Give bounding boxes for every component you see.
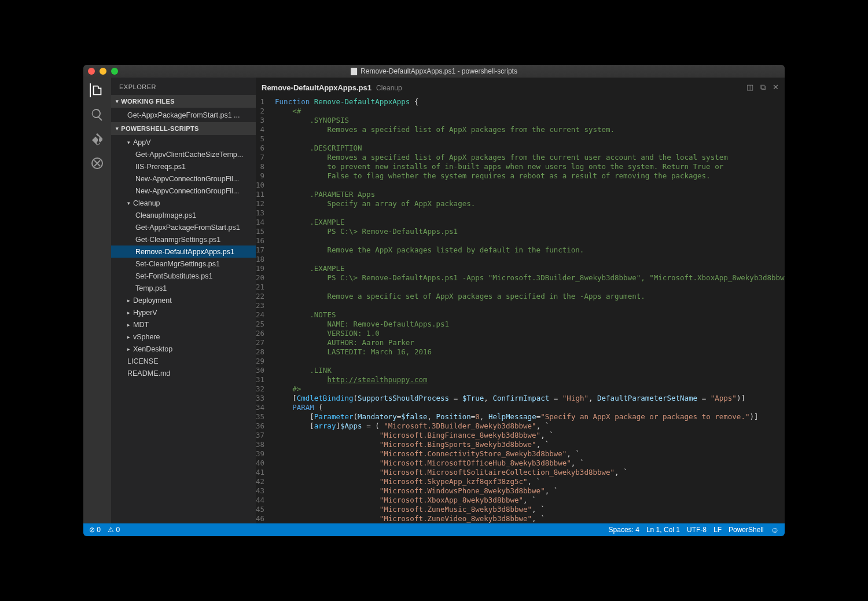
search-icon[interactable] [90,108,104,122]
statusbar: ⊘ 0 ⚠ 0 Spaces: 4 Ln 1, Col 1 UTF-8 LF P… [83,523,785,536]
vscode-window: Remove-DefaultAppxApps.ps1 - powershell-… [83,65,785,536]
git-icon[interactable] [90,132,104,146]
file-tree: ▾ AppVGet-AppvClientCacheSizeTemp...IIS-… [111,135,256,380]
errors-count[interactable]: ⊘ 0 [89,526,101,534]
gutter: 1234567891011121314151617181920212223242… [256,97,273,523]
file-item[interactable]: LICENSE [111,355,256,367]
close-tab-icon[interactable]: ✕ [773,83,779,92]
editor-tabs: Remove-DefaultAppxApps.ps1 Cleanup ◫ ⧉ ✕ [256,78,785,97]
project-header[interactable]: ▾POWERSHELL-SCRIPTS [111,122,256,135]
working-file-item[interactable]: Get-AppxPackageFromStart.ps1 ... [111,109,256,121]
eol[interactable]: LF [713,526,722,534]
file-item[interactable]: Set-CleanMgrSettings.ps1 [111,258,256,270]
debug-icon[interactable] [90,156,104,170]
folder-item[interactable]: ▸ XenDesktop [111,343,256,355]
feedback-icon[interactable]: ☺ [771,525,779,534]
folder-item[interactable]: ▾ AppV [111,136,256,148]
file-item[interactable]: README.md [111,367,256,379]
cursor-pos[interactable]: Ln 1, Col 1 [646,526,680,534]
warnings-count[interactable]: ⚠ 0 [108,526,120,534]
file-item[interactable]: New-AppvConnectionGroupFil... [111,173,256,185]
folder-item[interactable]: ▸ Deployment [111,294,256,306]
window-title-text: Remove-DefaultAppxApps.ps1 - powershell-… [361,67,517,75]
editor-area: Remove-DefaultAppxApps.ps1 Cleanup ◫ ⧉ ✕… [256,78,785,523]
explorer-icon[interactable] [90,83,104,97]
language[interactable]: PowerShell [729,526,764,534]
code[interactable]: Function Remove-DefaultAppxApps { <# .SY… [273,97,785,523]
tab-subtitle: Cleanup [376,84,402,92]
file-item[interactable]: Remove-DefaultAppxApps.ps1 [111,245,256,258]
file-item[interactable]: CleanupImage.ps1 [111,209,256,221]
close-dot[interactable] [88,68,95,75]
working-files-list: Get-AppxPackageFromStart.ps1 ... [111,108,256,122]
folder-item[interactable]: ▾ Cleanup [111,197,256,209]
folder-item[interactable]: ▸ HyperV [111,306,256,318]
tab-actions: ◫ ⧉ ✕ [746,83,779,92]
status-left: ⊘ 0 ⚠ 0 [89,526,120,534]
editor[interactable]: 1234567891011121314151617181920212223242… [256,97,785,523]
minimize-dot[interactable] [100,68,106,75]
status-right: Spaces: 4 Ln 1, Col 1 UTF-8 LF PowerShel… [609,525,779,534]
file-item[interactable]: New-AppvConnectionGroupFil... [111,185,256,197]
tab-title[interactable]: Remove-DefaultAppxApps.ps1 [262,83,372,92]
file-item[interactable]: Get-CleanmgrSettings.ps1 [111,233,256,245]
file-item[interactable]: Get-AppxPackageFromStart.ps1 [111,221,256,233]
folder-item[interactable]: ▸ vSphere [111,331,256,343]
window-title: Remove-DefaultAppxApps.ps1 - powershell-… [351,67,517,75]
main-area: EXPLORER ▾WORKING FILES Get-AppxPackageF… [83,78,785,523]
file-item[interactable]: Set-FontSubstitutes.ps1 [111,270,256,282]
zoom-dot[interactable] [111,68,118,75]
traffic-lights [88,68,118,75]
split-editor-icon[interactable]: ◫ [746,83,753,92]
sidebar: EXPLORER ▾WORKING FILES Get-AppxPackageF… [111,78,256,523]
titlebar[interactable]: Remove-DefaultAppxApps.ps1 - powershell-… [83,65,785,78]
file-icon [351,68,357,75]
file-item[interactable]: IIS-Prereqs.ps1 [111,160,256,173]
folder-item[interactable]: ▸ MDT [111,318,256,331]
encoding[interactable]: UTF-8 [687,526,707,534]
file-item[interactable]: Get-AppvClientCacheSizeTemp... [111,148,256,160]
file-item[interactable]: Temp.ps1 [111,282,256,294]
working-files-header[interactable]: ▾WORKING FILES [111,95,256,108]
sidebar-title: EXPLORER [111,78,256,95]
indent[interactable]: Spaces: 4 [609,526,639,534]
more-icon[interactable]: ⧉ [760,83,766,92]
activitybar [83,78,111,523]
